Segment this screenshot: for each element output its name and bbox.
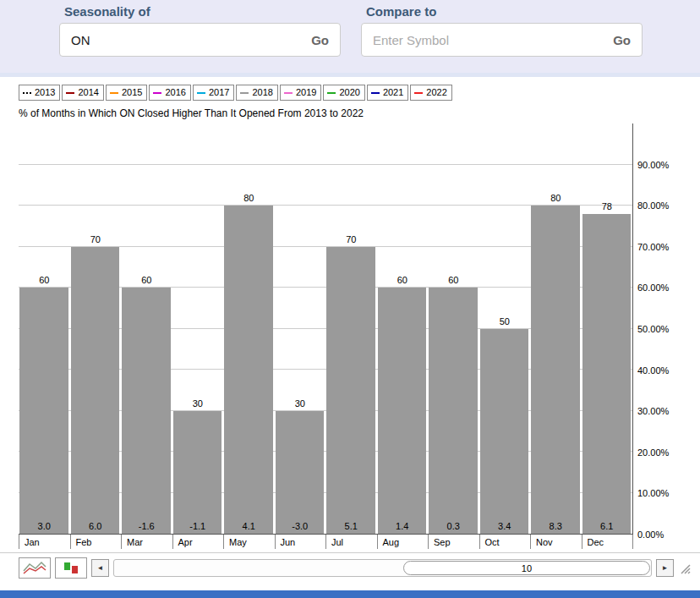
- legend-marker: [110, 92, 118, 94]
- scrollbar-track[interactable]: 10: [113, 559, 652, 577]
- bar-slot-apr: 30-1.1: [172, 123, 224, 534]
- symbol-go-button[interactable]: Go: [304, 33, 329, 47]
- bar-nov[interactable]: [531, 206, 580, 534]
- bar-change-label: -1.6: [121, 521, 172, 531]
- legend-year-label: 2022: [426, 87, 446, 98]
- legend-marker: [414, 92, 423, 94]
- bar-slot-oct: 503.4: [479, 123, 531, 534]
- x-axis-label-aug: Aug: [377, 535, 429, 549]
- scroll-right-button[interactable]: ►: [656, 559, 674, 577]
- chart-controls: ◄ 10 ►: [0, 552, 700, 583]
- bar-value-label: 70: [70, 234, 122, 244]
- legend-marker: [240, 92, 249, 94]
- bar-aug[interactable]: [378, 288, 427, 534]
- bar-value-label: 30: [275, 398, 326, 409]
- bar-jul[interactable]: [326, 247, 375, 535]
- bar-mar[interactable]: [122, 288, 171, 534]
- legend-item-2013[interactable]: 2013: [19, 85, 60, 101]
- symbol-header: Seasonality of Go Compare to Go: [0, 0, 700, 73]
- bars-container: 603.0706.060-1.630-1.1804.130-3.0705.160…: [19, 123, 632, 534]
- y-axis-tick-label: 90.00%: [637, 159, 669, 171]
- bar-jun[interactable]: [276, 411, 325, 535]
- resize-grip-icon[interactable]: [678, 562, 691, 574]
- x-axis-label-sep: Sep: [428, 535, 479, 549]
- bar-change-label: 3.0: [19, 521, 70, 531]
- x-axis-label-apr: Apr: [172, 535, 224, 549]
- bar-change-label: 3.4: [479, 521, 531, 531]
- x-axis-label-jun: Jun: [275, 535, 326, 549]
- bar-jan[interactable]: [19, 288, 68, 534]
- x-axis-label-oct: Oct: [479, 535, 531, 549]
- compare-field-group: Compare to Go: [361, 4, 643, 73]
- bar-may[interactable]: [224, 206, 273, 534]
- bar-change-label: 1.4: [377, 521, 429, 531]
- bar-value-label: 78: [582, 201, 633, 211]
- x-axis-label-nov: Nov: [530, 535, 582, 549]
- bar-apr[interactable]: [173, 411, 222, 535]
- x-axis: JanFebMarAprMayJunJulAugSepOctNovDec: [19, 535, 633, 549]
- bar-slot-jul: 705.1: [325, 123, 377, 534]
- legend-item-2016[interactable]: 2016: [149, 85, 190, 101]
- left-arrow-icon: ◄: [97, 564, 104, 572]
- scroll-left-button[interactable]: ◄: [91, 559, 109, 577]
- bar-slot-mar: 60-1.6: [121, 123, 172, 534]
- bar-slot-sep: 600.3: [428, 123, 479, 534]
- bar-slot-jan: 603.0: [19, 123, 70, 534]
- legend-marker: [284, 92, 293, 94]
- bar-slot-dec: 786.1: [582, 123, 633, 534]
- legend-item-2014[interactable]: 2014: [62, 85, 103, 101]
- symbol-input-box: Go: [59, 23, 341, 57]
- legend-year-label: 2019: [296, 87, 316, 98]
- bar-value-label: 60: [121, 275, 172, 285]
- legend-item-2022[interactable]: 2022: [410, 85, 451, 101]
- bar-change-label: -1.1: [172, 521, 224, 531]
- bar-slot-feb: 706.0: [70, 123, 122, 534]
- scrollbar-thumb[interactable]: 10: [403, 561, 650, 575]
- legend-year-label: 2020: [339, 87, 359, 98]
- bar-dec[interactable]: [582, 214, 632, 534]
- legend-item-2017[interactable]: 2017: [193, 85, 234, 101]
- compare-go-button[interactable]: Go: [606, 33, 631, 47]
- compare-input[interactable]: [373, 33, 606, 47]
- bar-value-label: 60: [377, 275, 429, 285]
- legend-year-label: 2017: [209, 87, 229, 98]
- footer-bar: [0, 590, 700, 598]
- bar-slot-jun: 30-3.0: [275, 123, 326, 534]
- bar-oct[interactable]: [480, 329, 529, 535]
- y-axis-tick-label: 80.00%: [637, 200, 669, 211]
- legend-marker: [197, 92, 205, 94]
- legend-item-2021[interactable]: 2021: [367, 85, 408, 101]
- y-axis-tick-label: 0.00%: [637, 529, 664, 540]
- bar-chart-type-button[interactable]: [55, 557, 87, 579]
- page: Seasonality of Go Compare to Go 20132014…: [0, 0, 700, 598]
- line-chart-icon: [22, 560, 47, 576]
- bar-sep[interactable]: [429, 288, 478, 534]
- symbol-input[interactable]: [71, 33, 304, 47]
- legend-item-2018[interactable]: 2018: [236, 85, 277, 101]
- plot-area: 603.0706.060-1.630-1.1804.130-3.0705.160…: [19, 123, 633, 535]
- bar-change-label: 8.3: [530, 521, 582, 531]
- y-axis-tick-label: 30.00%: [637, 405, 669, 417]
- bar-change-label: 5.1: [325, 521, 377, 531]
- bar-value-label: 60: [19, 275, 70, 285]
- legend-year-label: 2021: [383, 87, 403, 98]
- legend-marker: [371, 92, 380, 94]
- legend-year-label: 2016: [165, 87, 185, 98]
- compare-label: Compare to: [361, 4, 643, 19]
- chart-title: % of Months in Which ON Closed Higher Th…: [0, 101, 700, 123]
- y-axis-tick-label: 10.00%: [637, 487, 669, 499]
- compare-input-box: Go: [361, 23, 643, 57]
- bar-chart-icon: [62, 560, 80, 576]
- legend-marker: [66, 92, 74, 94]
- legend-item-2020[interactable]: 2020: [323, 85, 364, 101]
- line-chart-type-button[interactable]: [19, 557, 51, 579]
- y-axis: 0.00%10.00%20.00%30.00%40.00%50.00%60.00…: [633, 123, 700, 535]
- legend-item-2019[interactable]: 2019: [280, 85, 321, 101]
- legend-year-label: 2013: [35, 87, 55, 98]
- bar-feb[interactable]: [71, 247, 120, 535]
- y-axis-tick-label: 40.00%: [637, 365, 669, 376]
- chart-body: 603.0706.060-1.630-1.1804.130-3.0705.160…: [0, 123, 700, 535]
- legend-marker: [327, 92, 336, 94]
- legend-year-label: 2014: [78, 87, 98, 98]
- legend-item-2015[interactable]: 2015: [106, 85, 147, 101]
